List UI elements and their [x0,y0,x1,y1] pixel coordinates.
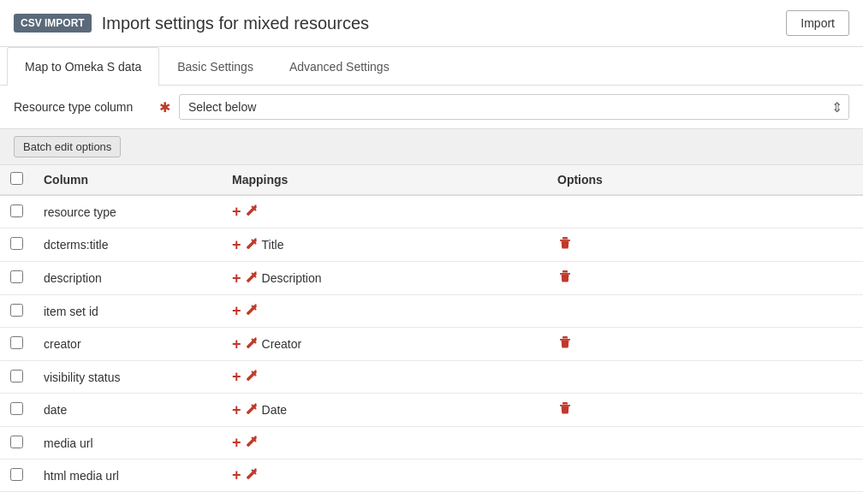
table-row: dcterms:title+Title [0,228,863,262]
row-checkbox[interactable] [10,336,23,349]
column-name: html media url [33,460,222,492]
mapping-cell: +Description [222,262,547,295]
tab-basic-settings[interactable]: Basic Settings [159,47,271,86]
table-row: date+Date [0,394,863,427]
configure-mapping-icon[interactable] [245,467,259,483]
mapping-cell: + [222,460,547,492]
delete-mapping-icon[interactable] [557,239,573,253]
add-mapping-icon[interactable]: + [232,302,241,320]
row-checkbox[interactable] [10,402,23,415]
row-checkbox-cell [0,460,33,492]
add-mapping-icon[interactable]: + [232,270,241,288]
mapping-icon-group: + [232,203,537,221]
column-name: resource type [33,195,222,228]
row-checkbox[interactable] [10,304,23,317]
mapping-icon-group: +Creator [232,335,537,353]
options-cell [547,427,863,460]
mapping-icon-group: +Description [232,270,537,288]
columns-table: Column Mappings Options resource type+dc… [0,165,863,492]
configure-mapping-icon[interactable] [245,402,259,418]
column-header: Column [33,165,222,195]
batch-edit-button[interactable]: Batch edit options [14,136,121,157]
add-mapping-icon[interactable]: + [232,203,241,221]
resource-type-row: Resource type column ✱ Select below ⇕ [0,86,863,129]
column-name: media url [33,427,222,460]
mapping-icon-group: + [232,302,537,320]
options-cell [547,460,863,492]
column-name: creator [33,328,222,361]
add-mapping-icon[interactable]: + [232,335,241,353]
mapping-icon-group: + [232,368,537,386]
add-mapping-icon[interactable]: + [232,466,241,484]
row-checkbox-cell [0,195,33,228]
row-checkbox-cell [0,262,33,295]
configure-mapping-icon[interactable] [245,204,259,220]
row-checkbox-cell [0,427,33,460]
row-checkbox[interactable] [10,468,23,481]
row-checkbox-cell [0,228,33,262]
configure-mapping-icon[interactable] [245,336,259,353]
row-checkbox[interactable] [10,270,23,283]
page-title: Import settings for mixed resources [102,14,369,33]
csv-badge: CSV IMPORT [14,14,92,33]
resource-type-select[interactable]: Select below [179,94,849,120]
table-row: description+Description [0,262,863,295]
mapping-cell: +Creator [222,328,547,361]
options-cell [547,295,863,328]
row-checkbox[interactable] [10,370,23,382]
mapping-cell: + [222,427,547,460]
select-all-checkbox[interactable] [10,172,23,185]
add-mapping-icon[interactable]: + [232,401,241,419]
configure-mapping-icon[interactable] [245,237,259,253]
configure-mapping-icon[interactable] [245,369,259,385]
mapping-label: Title [262,238,284,252]
column-name: dcterms:title [33,228,222,262]
svg-rect-3 [560,240,570,241]
batch-edit-section: Batch edit options [0,129,863,165]
column-name: description [33,262,222,295]
options-cell [547,394,863,427]
table-row: visibility status+ [0,361,863,394]
mapping-icon-group: +Title [232,236,537,254]
configure-mapping-icon[interactable] [245,435,259,451]
add-mapping-icon[interactable]: + [232,434,241,452]
svg-rect-15 [560,405,570,406]
delete-mapping-icon[interactable] [557,272,573,287]
mapping-cell: + [222,295,547,328]
import-button[interactable]: Import [786,10,849,36]
configure-mapping-icon[interactable] [245,303,259,319]
options-cell [547,195,863,228]
row-checkbox[interactable] [10,205,23,217]
table-row: resource type+ [0,195,863,228]
header-checkbox-cell [0,165,33,195]
options-cell [547,328,863,361]
mapping-icon-group: + [232,434,537,452]
column-name: visibility status [33,361,222,394]
row-checkbox-cell [0,295,33,328]
mapping-cell: +Title [222,228,547,262]
row-checkbox[interactable] [10,237,23,250]
configure-mapping-icon[interactable] [245,270,259,287]
required-star-icon: ✱ [159,99,170,116]
row-checkbox-cell [0,328,33,361]
tab-advanced-settings[interactable]: Advanced Settings [271,47,408,86]
mapping-label: Creator [262,337,302,351]
mappings-header: Mappings [222,165,547,195]
mapping-cell: +Date [222,394,547,427]
resource-type-label: Resource type column [14,100,151,114]
options-cell [547,262,863,295]
tabs-container: Map to Omeka S data Basic Settings Advan… [0,47,863,86]
add-mapping-icon[interactable]: + [232,236,241,254]
add-mapping-icon[interactable]: + [232,368,241,386]
delete-mapping-icon[interactable] [557,404,573,418]
mapping-icon-group: + [232,466,537,484]
table-row: media url+ [0,427,863,460]
table-header-row: Column Mappings Options [0,165,863,195]
delete-mapping-icon[interactable] [557,338,573,353]
header-left: CSV IMPORT Import settings for mixed res… [14,14,369,33]
table-row: creator+Creator [0,328,863,361]
row-checkbox[interactable] [10,436,23,448]
svg-rect-11 [560,339,570,341]
tab-map-to-omeka[interactable]: Map to Omeka S data [7,47,159,86]
mapping-icon-group: +Date [232,401,537,419]
